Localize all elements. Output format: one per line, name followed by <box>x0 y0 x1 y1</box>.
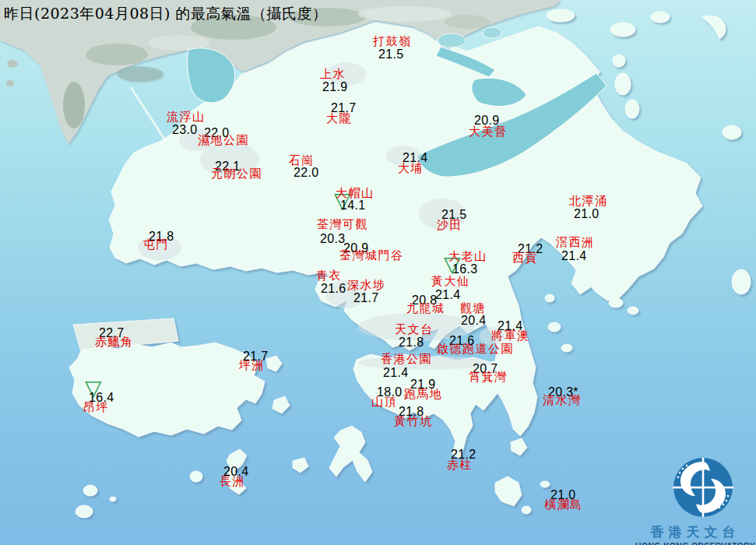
station-value: 21.6 <box>321 283 346 295</box>
station-name: 流浮山 <box>167 111 206 124</box>
station-name: 跑馬地 <box>404 389 443 401</box>
station-name: 屯門 <box>143 239 169 251</box>
station-name: 北潭涌 <box>569 195 608 208</box>
station-name: 青衣 <box>316 270 342 283</box>
station-name: 大隴 <box>326 113 352 125</box>
station-value: 20.3 <box>320 233 345 245</box>
station-name: 將軍澳 <box>491 330 530 343</box>
station-name: 打鼓嶺 <box>373 36 412 48</box>
station-name: 黃竹坑 <box>394 416 433 428</box>
station-name: 清水灣 <box>543 395 582 407</box>
station-name: 上水 <box>320 69 346 81</box>
hko-logo-english-name: HONG KONG OBSERVATORY <box>633 541 756 545</box>
station-value: 20.4 <box>461 315 486 327</box>
station-name: 荃灣城門谷 <box>339 250 404 262</box>
station-value: 21.9 <box>322 81 347 93</box>
station-name: 啟德跑道公園 <box>437 343 514 356</box>
station-value: 21.4 <box>561 250 586 262</box>
station-name: 石崗 <box>289 155 315 167</box>
station-value: 21.4 <box>383 367 408 379</box>
station-name: 深水埗 <box>347 280 386 292</box>
hko-logo-chinese-name: 香港天文台 <box>633 523 756 541</box>
hko-emblem-icon <box>633 455 756 519</box>
station-value: 21.7 <box>353 292 378 304</box>
station-name: 赤柱 <box>447 459 473 472</box>
station-name: 赤鱲角 <box>95 336 134 349</box>
weather-map-page: 昨日(2023年04月08日) 的最高氣溫（攝氏度） 21.5打鼓嶺21.9上水… <box>0 0 756 545</box>
station-value: 21.5 <box>378 48 403 61</box>
station-name: 沙田 <box>437 220 462 232</box>
station-value: 21.4 <box>435 289 460 301</box>
station-name: 濕地公園 <box>198 135 249 147</box>
station-name: 筲箕灣 <box>469 371 508 384</box>
station-name: 滘西洲 <box>556 237 595 249</box>
station-value: 22.0 <box>294 167 318 179</box>
station-name: 大老山 <box>448 251 487 263</box>
station-name: 黃大仙 <box>431 276 470 288</box>
station-name: 山頂 <box>371 396 397 409</box>
station-name: 大帽山 <box>336 188 374 200</box>
station-name: 天文台 <box>395 324 434 336</box>
station-name: 坪洲 <box>239 360 265 372</box>
station-name: 元朗公園 <box>211 168 262 181</box>
station-name: 觀塘 <box>460 303 486 315</box>
station-value: 23.0 <box>172 124 197 136</box>
station-name: 昂坪 <box>83 402 109 414</box>
station-name: 香港公園 <box>381 353 432 366</box>
station-value: 21.0 <box>574 208 599 220</box>
station-name: 長洲 <box>220 476 245 488</box>
station-value: 21.8 <box>399 336 424 349</box>
station-name: 九龍城 <box>406 303 445 315</box>
station-name: 西貢 <box>512 252 538 265</box>
station-name: 荃灣可觀 <box>317 219 368 231</box>
station-name: 橫瀾島 <box>544 499 583 512</box>
station-name: 大美督 <box>469 126 508 139</box>
station-name: 大埔 <box>398 163 424 175</box>
hko-logo: 香港天文台 HONG KONG OBSERVATORY <box>633 455 756 545</box>
station-value: 14.1 <box>340 199 365 212</box>
